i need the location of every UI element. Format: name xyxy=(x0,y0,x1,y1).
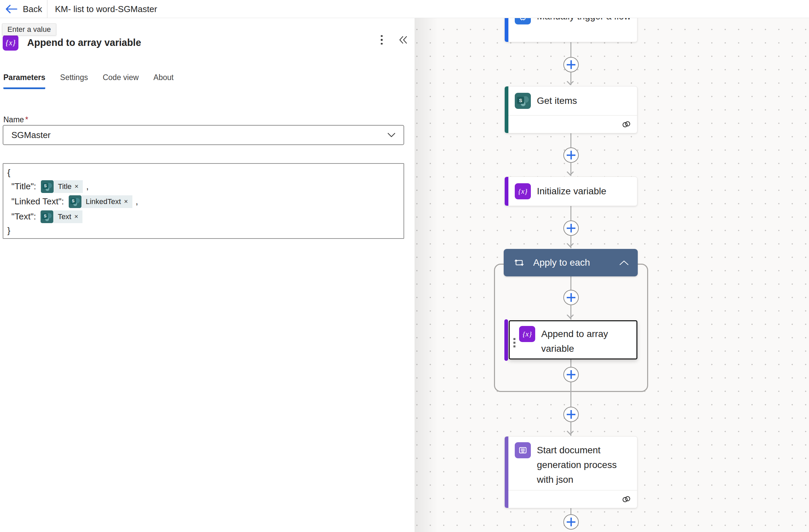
insert-step-button[interactable] xyxy=(563,220,579,236)
loop-icon xyxy=(514,258,524,267)
scope-label: Apply to each xyxy=(533,257,619,268)
selected-node-color-bar xyxy=(504,319,508,361)
action-node-start-document-generation[interactable]: Start document generation process with j… xyxy=(504,436,637,508)
json-row-text: "Text": S Text× xyxy=(7,209,399,224)
flow-title: KM- list to word-SGMaster xyxy=(55,0,157,18)
panel-title: Append to array variable xyxy=(27,37,141,48)
dynamic-content-token[interactable]: S Text× xyxy=(40,210,83,223)
enter-a-value-tooltip: Enter a value xyxy=(2,23,56,36)
json-row-title: "Title": S Title× , xyxy=(7,179,399,194)
json-key: "Linked Text": xyxy=(12,196,64,207)
tab-parameters[interactable]: Parameters xyxy=(3,73,45,89)
node-label: Initialize variable xyxy=(537,184,606,199)
action-node-get-items[interactable]: S Get items xyxy=(504,86,637,133)
remove-token-icon[interactable]: × xyxy=(124,198,128,206)
collapse-chevron-up-icon[interactable] xyxy=(619,260,629,266)
insert-step-button[interactable] xyxy=(563,407,579,422)
chevron-down-icon xyxy=(388,133,395,137)
remove-token-icon[interactable]: × xyxy=(74,213,79,220)
node-label: Append to array variable xyxy=(541,326,632,358)
node-footer xyxy=(509,490,637,508)
insert-step-button[interactable] xyxy=(563,514,579,530)
name-dropdown-value: SGMaster xyxy=(12,130,388,140)
json-close-brace: } xyxy=(7,224,399,237)
node-color-bar xyxy=(505,177,509,206)
canvas-edge-shadow xyxy=(415,18,438,532)
back-label: Back xyxy=(23,4,42,14)
insert-step-button[interactable] xyxy=(563,147,579,163)
json-key: "Text": xyxy=(12,211,36,222)
action-properties-panel: {x} Append to array variable Parameters … xyxy=(0,18,415,532)
json-row-linked-text: "Linked Text": S LinkedText× , xyxy=(7,194,399,209)
topbar-divider xyxy=(47,0,48,18)
sharepoint-icon: S xyxy=(40,210,53,223)
node-color-bar xyxy=(505,437,509,508)
sharepoint-icon: S xyxy=(41,180,54,193)
variable-action-icon: {x} xyxy=(519,326,535,342)
power-automate-designer: Back KM- list to word-SGMaster {x} Appen… xyxy=(0,0,809,532)
connector-arrowhead xyxy=(567,78,574,85)
double-chevron-left-icon xyxy=(398,35,408,45)
document-generation-icon xyxy=(515,442,531,458)
flow-canvas[interactable]: Manually trigger a flow S Get items xyxy=(415,18,809,532)
action-node-initialize-variable[interactable]: {x} Initialize variable xyxy=(504,177,637,206)
remove-token-icon[interactable]: × xyxy=(75,182,79,190)
insert-step-button[interactable] xyxy=(563,290,579,305)
token-text: Text xyxy=(58,212,71,221)
variable-action-icon: {x} xyxy=(515,183,531,199)
collapse-panel-button[interactable] xyxy=(396,33,410,47)
token-text: LinkedText xyxy=(86,197,121,206)
action-node-append-to-array-variable-selected[interactable]: {x} Append to array variable xyxy=(509,320,637,359)
connector-arrowhead xyxy=(567,240,574,247)
name-dropdown[interactable]: SGMaster xyxy=(3,125,404,145)
top-bar: Back KM- list to word-SGMaster xyxy=(0,0,809,18)
tab-settings[interactable]: Settings xyxy=(60,73,88,89)
back-arrow-icon xyxy=(5,5,17,13)
sharepoint-icon: S xyxy=(69,195,82,208)
required-asterisk: * xyxy=(25,115,28,124)
connector-arrowhead xyxy=(567,428,574,435)
tab-about[interactable]: About xyxy=(154,73,174,89)
node-footer xyxy=(509,115,637,133)
variable-action-icon: {x} xyxy=(3,35,18,51)
dynamic-content-token[interactable]: S LinkedText× xyxy=(69,195,132,208)
node-color-bar xyxy=(505,18,509,42)
json-comma: , xyxy=(86,181,88,192)
sharepoint-icon: S xyxy=(515,93,531,109)
json-open-brace: { xyxy=(7,166,399,179)
connection-link-icon xyxy=(621,495,632,504)
node-label: Manually trigger a flow xyxy=(537,18,631,24)
node-label: Get items xyxy=(537,93,577,108)
json-key: "Title": xyxy=(12,181,36,192)
drag-handle-icon[interactable] xyxy=(513,338,515,348)
scope-node-apply-to-each[interactable]: Apply to each xyxy=(504,249,638,277)
panel-tabs: Parameters Settings Code view About xyxy=(3,73,174,89)
token-text: Title xyxy=(58,182,72,191)
node-color-bar xyxy=(505,86,509,133)
panel-header: {x} Append to array variable xyxy=(3,35,141,51)
name-field-label: Name* xyxy=(3,115,28,124)
more-options-button[interactable] xyxy=(375,33,389,47)
manual-trigger-icon xyxy=(515,18,531,24)
insert-step-button[interactable] xyxy=(563,57,579,72)
value-editor[interactable]: { "Title": S Title× , "Linked Text": S L… xyxy=(3,163,404,239)
vertical-ellipsis-icon xyxy=(381,35,383,45)
connector-arrowhead xyxy=(567,169,574,176)
insert-step-button[interactable] xyxy=(563,367,579,382)
tab-code-view[interactable]: Code view xyxy=(103,73,138,89)
trigger-node-manually-trigger-a-flow[interactable]: Manually trigger a flow xyxy=(504,18,637,42)
dynamic-content-token[interactable]: S Title× xyxy=(41,180,83,193)
json-comma: , xyxy=(136,196,138,207)
node-label: Start document generation process with j… xyxy=(537,442,632,490)
back-button[interactable]: Back xyxy=(5,0,42,18)
connection-link-icon xyxy=(621,120,632,129)
